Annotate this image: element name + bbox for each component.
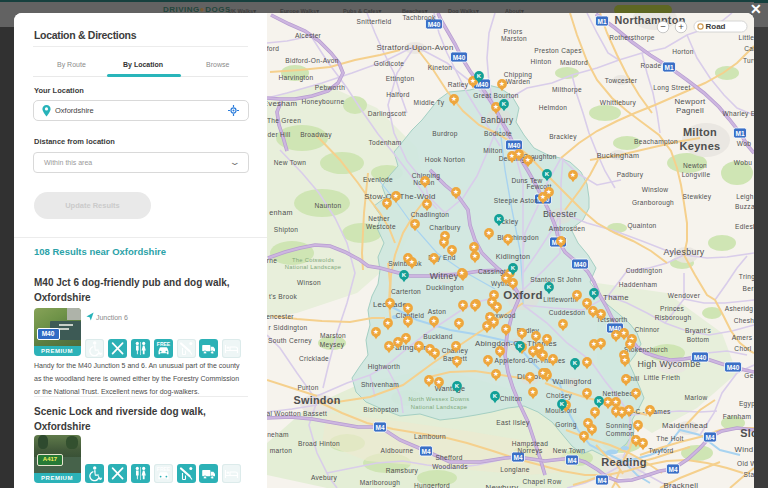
svg-text:Milton: Milton xyxy=(683,126,717,138)
svg-text:Reading: Reading xyxy=(601,456,647,468)
svg-text:National Landscape: National Landscape xyxy=(285,264,342,270)
svg-text:★: ★ xyxy=(471,243,477,250)
svg-text:New Town: New Town xyxy=(274,159,307,166)
svg-text:der Hill: der Hill xyxy=(268,131,291,138)
svg-text:M1: M1 xyxy=(664,64,673,71)
svg-text:★: ★ xyxy=(449,246,455,253)
svg-text:Hungerford: Hungerford xyxy=(414,482,450,488)
svg-text:Newton: Newton xyxy=(683,162,707,169)
svg-text:t's Brook: t's Brook xyxy=(269,293,298,300)
svg-text:Brackley: Brackley xyxy=(549,133,577,141)
svg-text:★: ★ xyxy=(550,355,556,362)
svg-text:Marlow: Marlow xyxy=(684,394,707,401)
svg-text:M1: M1 xyxy=(735,130,744,137)
svg-text:Leigh: Leigh xyxy=(736,193,754,201)
svg-text:★: ★ xyxy=(590,307,596,314)
svg-text:Stewkley: Stewkley xyxy=(683,193,712,201)
svg-text:Turve: Turve xyxy=(743,57,754,64)
svg-text:Hook Norton: Hook Norton xyxy=(425,156,465,163)
svg-text:K: K xyxy=(402,272,407,278)
svg-text:Milton: Milton xyxy=(483,147,502,154)
svg-text:Shefford: Shefford xyxy=(435,454,462,461)
svg-text:K: K xyxy=(511,265,516,271)
svg-text:★: ★ xyxy=(431,254,437,261)
svg-text:★: ★ xyxy=(613,331,619,338)
svg-text:ford: ford xyxy=(267,45,279,52)
svg-text:Common: Common xyxy=(606,430,635,437)
svg-text:Norreys: Norreys xyxy=(517,447,543,455)
svg-text:Twyford: Twyford xyxy=(648,447,673,455)
svg-text:★: ★ xyxy=(436,378,442,385)
svg-text:New Town: New Town xyxy=(553,447,586,454)
svg-text:★: ★ xyxy=(454,357,460,364)
svg-text:★: ★ xyxy=(486,229,492,236)
svg-text:Purton: Purton xyxy=(297,384,318,391)
svg-text:Tachbrook: Tachbrook xyxy=(402,14,436,21)
svg-text:Chapel Row: Chapel Row xyxy=(523,478,562,486)
svg-text:Northampton: Northampton xyxy=(614,14,685,26)
svg-text:Amers: Amers xyxy=(732,334,753,341)
svg-text:★: ★ xyxy=(451,95,457,102)
svg-text:★: ★ xyxy=(373,328,379,335)
svg-text:Halford: Halford xyxy=(386,91,409,98)
svg-text:Bracknell: Bracknell xyxy=(664,481,699,488)
svg-text:Road: Road xyxy=(706,22,726,31)
svg-text:★: ★ xyxy=(627,340,633,347)
svg-text:Wind: Wind xyxy=(735,445,754,454)
svg-text:Wendover: Wendover xyxy=(668,292,701,299)
svg-text:Wharley E: Wharley E xyxy=(722,110,754,118)
svg-text:The Cotswolds: The Cotswolds xyxy=(292,257,334,263)
svg-text:Harvington: Harvington xyxy=(279,74,314,82)
svg-text:−: − xyxy=(660,21,666,32)
svg-text:Longville: Longville xyxy=(682,171,711,179)
svg-text:r Siddington: r Siddington xyxy=(269,324,308,332)
svg-text:Winson: Winson xyxy=(297,279,321,286)
svg-text:Banbury: Banbury xyxy=(481,116,514,125)
svg-text:★: ★ xyxy=(405,317,411,324)
svg-text:★: ★ xyxy=(570,171,576,178)
svg-text:K: K xyxy=(493,393,498,399)
svg-text:Farnham: Farnham xyxy=(723,413,752,420)
svg-text:Chilton: Chilton xyxy=(500,395,523,402)
svg-text:Milthorpe: Milthorpe xyxy=(552,86,582,94)
svg-text:neham: neham xyxy=(267,431,289,438)
svg-text:Darlingscott: Darlingscott xyxy=(368,110,406,118)
svg-text:Granborough: Granborough xyxy=(632,199,674,207)
svg-text:★: ★ xyxy=(497,347,503,354)
svg-text:Broad Hinton: Broad Hinton xyxy=(298,440,340,447)
svg-text:hill: hill xyxy=(630,375,639,382)
svg-text:★: ★ xyxy=(499,80,505,87)
svg-text:+: + xyxy=(678,21,684,32)
svg-text:★: ★ xyxy=(558,237,564,244)
svg-text:North Wessex Downs: North Wessex Downs xyxy=(408,396,469,402)
svg-text:K: K xyxy=(597,398,602,404)
svg-text:Chinnor: Chinnor xyxy=(634,326,660,333)
svg-text:Bottom: Bottom xyxy=(687,336,710,343)
svg-text:Ramsbury: Ramsbury xyxy=(386,467,419,475)
svg-text:Longlane: Longlane xyxy=(500,466,530,474)
svg-text:Avebury: Avebury xyxy=(311,474,338,482)
svg-text:Risborough: Risborough xyxy=(655,314,692,322)
svg-text:M40: M40 xyxy=(508,142,521,149)
svg-text:★: ★ xyxy=(574,291,580,298)
svg-text:★: ★ xyxy=(613,398,619,405)
svg-text:Asheridg: Asheridg xyxy=(725,305,753,313)
svg-text:K: K xyxy=(592,290,597,296)
svg-text:Shipton: Shipton xyxy=(274,226,298,234)
svg-text:Highworth: Highworth xyxy=(368,363,400,371)
svg-text:★: ★ xyxy=(519,329,525,336)
svg-text:Middle Ty: Middle Ty xyxy=(414,99,445,107)
svg-text:Rothersthorpe: Rothersthorpe xyxy=(609,34,655,42)
svg-text:Woodlands: Woodlands xyxy=(432,463,468,470)
svg-text:★: ★ xyxy=(581,432,587,439)
svg-text:Chesh: Chesh xyxy=(734,317,754,324)
svg-text:Whittlebury: Whittlebury xyxy=(600,99,637,107)
svg-text:★: ★ xyxy=(403,334,409,341)
svg-text:Goldicote: Goldicote xyxy=(374,60,405,67)
svg-text:M4: M4 xyxy=(421,448,430,455)
svg-text:Buzza: Buzza xyxy=(735,203,754,210)
svg-text:Marlborough: Marlborough xyxy=(360,479,400,487)
svg-text:★: ★ xyxy=(584,358,590,365)
svg-text:Sonning: Sonning xyxy=(606,422,632,430)
svg-text:★: ★ xyxy=(589,425,595,432)
